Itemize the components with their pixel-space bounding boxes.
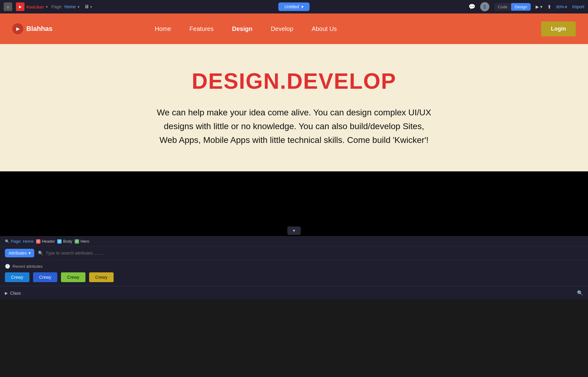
title-tab-chevron-icon: ▾	[301, 4, 303, 9]
login-button[interactable]: Login	[541, 21, 576, 36]
breadcrumb-hero-label: Hero	[81, 239, 89, 244]
header-breadcrumb-icon: H	[36, 239, 40, 244]
site-logo-icon: ▶	[12, 23, 23, 34]
recent-attributes-section: 🕐 Recent attributes Crewy Crewy Crewy Cr…	[0, 260, 588, 286]
attributes-dropdown-label: Attributes	[9, 251, 27, 256]
site-logo-text: Blahhas	[26, 25, 53, 33]
code-button[interactable]: Code	[494, 3, 511, 11]
breadcrumb-page-label: Page:	[11, 239, 21, 244]
play-button[interactable]: ▶ ▾	[536, 4, 542, 9]
top-toolbar: ⌂ ▶ Kwicker ▾ Page: Home ▾ 🖥 ▾ Untitled …	[0, 0, 588, 13]
home-icon[interactable]: ⌂	[4, 2, 12, 11]
page-chevron-icon: ▾	[78, 5, 79, 9]
hero-description: We can help make your idea come alive. Y…	[156, 106, 432, 147]
play-icon: ▶	[536, 4, 539, 9]
nav-link-design[interactable]: Design	[232, 25, 252, 32]
brand-name: Kwicker	[26, 4, 44, 9]
website-preview: ▶ Blahhas Home Features Design Develop A…	[0, 13, 588, 171]
import-button[interactable]: Import	[572, 4, 584, 9]
page-name: Home	[64, 4, 76, 9]
play-chevron-icon: ▾	[540, 4, 542, 9]
class-label: Class	[10, 291, 21, 296]
class-search-icon[interactable]: 🔍	[577, 290, 583, 296]
attributes-dropdown-chevron-icon: ▾	[28, 251, 31, 256]
breadcrumb-header[interactable]: H Header	[36, 239, 55, 244]
page-selector[interactable]: Page: Home ▾	[51, 4, 79, 9]
recent-tags: Crewy Crewy Crewy Crewy	[5, 272, 583, 282]
recent-tag-2[interactable]: Crewy	[33, 272, 58, 282]
title-tab-label: Untitled	[285, 4, 299, 9]
attributes-search-icon: 🔍	[38, 251, 43, 256]
class-toggle-arrow-icon: ▶	[5, 291, 8, 295]
breadcrumb-page-name: Home	[23, 239, 34, 244]
attributes-header: Attributes ▾ 🔍	[0, 246, 588, 260]
recent-tag-1[interactable]: Crewy	[5, 272, 29, 282]
breadcrumb-body[interactable]: B Body	[57, 239, 72, 244]
attributes-panel: Attributes ▾ 🔍 🕐 Recent attributes Crewy…	[0, 246, 588, 300]
zoom-label: 80%	[556, 5, 564, 9]
black-section	[0, 171, 588, 226]
code-design-toggle: Code Design	[494, 3, 531, 11]
recent-tag-4[interactable]: Crewy	[89, 272, 114, 282]
avatar[interactable]: 👤	[480, 2, 489, 11]
page-label: Page:	[51, 4, 63, 9]
hero-breadcrumb-icon: H	[75, 239, 79, 244]
breadcrumb-hero[interactable]: H Hero	[75, 239, 89, 244]
brand-selector[interactable]: ▶ Kwicker ▾	[16, 2, 48, 11]
collapse-panel-button[interactable]: ▼	[287, 226, 301, 235]
class-section: ▶ Class 🔍	[0, 286, 588, 300]
breadcrumb-bar: 🔍 Page: Home H Header B Body H Hero	[0, 237, 588, 246]
site-nav-links: Home Features Design Develop About Us	[155, 25, 337, 32]
zoom-chevron-icon: ▾	[565, 5, 567, 9]
breadcrumb-body-label: Body	[63, 239, 72, 244]
attributes-search: 🔍	[38, 251, 583, 256]
brand-chevron-icon: ▾	[46, 5, 48, 9]
comment-icon[interactable]: 💬	[469, 3, 475, 10]
breadcrumb-page[interactable]: 🔍 Page: Home	[5, 239, 34, 244]
nav-link-home[interactable]: Home	[155, 25, 171, 32]
breadcrumb-header-label: Header	[42, 239, 55, 244]
attributes-search-input[interactable]	[46, 251, 583, 256]
device-chevron-icon: ▾	[90, 5, 92, 9]
site-logo: ▶ Blahhas	[12, 23, 53, 34]
recent-tag-3[interactable]: Crewy	[61, 272, 85, 282]
nav-link-features[interactable]: Features	[190, 25, 214, 32]
share-icon[interactable]: ⬆	[547, 4, 551, 10]
body-breadcrumb-icon: B	[57, 239, 62, 244]
attributes-dropdown-button[interactable]: Attributes ▾	[5, 249, 34, 257]
hero-section: DESIGN.DEVELOP We can help make your ide…	[0, 44, 588, 171]
design-button[interactable]: Design	[511, 3, 531, 11]
monitor-icon: 🖥	[84, 4, 89, 9]
device-selector[interactable]: 🖥 ▾	[84, 4, 92, 9]
nav-link-develop[interactable]: Develop	[271, 25, 293, 32]
title-tab[interactable]: Untitled ▾	[278, 2, 310, 11]
brand-logo-icon: ▶	[16, 2, 24, 11]
recent-clock-icon: 🕐	[5, 264, 10, 269]
zoom-selector[interactable]: 80% ▾	[556, 5, 567, 9]
recent-header: 🕐 Recent attributes	[5, 264, 583, 269]
hero-title: DESIGN.DEVELOP	[61, 69, 527, 94]
class-toggle[interactable]: ▶ Class	[5, 291, 21, 296]
collapse-btn-area: ▼	[0, 226, 588, 236]
nav-link-about[interactable]: About Us	[312, 25, 337, 32]
search-breadcrumb-icon: 🔍	[5, 239, 9, 244]
recent-header-label: Recent attributes	[13, 264, 43, 269]
bottom-panel: 🔍 Page: Home H Header B Body H Hero Attr…	[0, 236, 588, 300]
toolbar-right: 💬 👤 Code Design ▶ ▾ ⬆ 80% ▾ Import	[469, 2, 584, 11]
title-tab-area: Untitled ▾	[278, 2, 310, 11]
site-nav: ▶ Blahhas Home Features Design Develop A…	[0, 13, 588, 44]
